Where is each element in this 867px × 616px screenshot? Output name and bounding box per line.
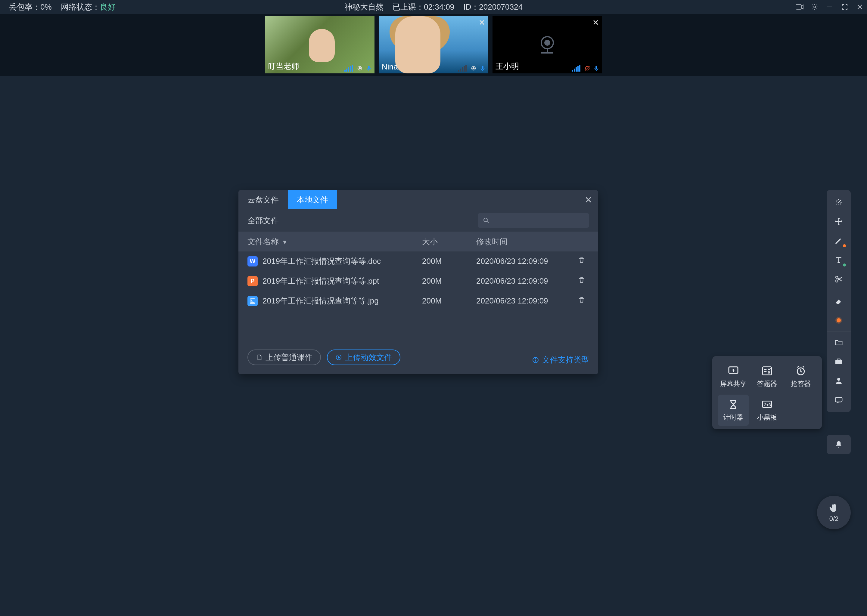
delete-file-icon[interactable] bbox=[567, 296, 597, 306]
toolbox-screen-share[interactable]: 屏幕共享 bbox=[718, 361, 749, 392]
svg-point-23 bbox=[535, 358, 536, 359]
supported-types-link[interactable]: 文件支持类型 bbox=[532, 355, 589, 365]
tab-local-files[interactable]: 本地文件 bbox=[288, 190, 337, 209]
image-file-icon bbox=[247, 296, 258, 306]
svg-point-9 bbox=[473, 68, 474, 69]
settings-icon[interactable] bbox=[810, 3, 819, 11]
file-row[interactable]: W 2019年工作汇报情况查询等等.doc 200M 2020/06/23 12… bbox=[238, 251, 598, 271]
toolbox-buzzer[interactable]: 抢答器 bbox=[785, 361, 817, 392]
close-window-icon[interactable] bbox=[856, 3, 864, 11]
video-strip: 叮当老师 ✕ Nina ✕ 王小明 bbox=[0, 14, 867, 76]
breadcrumb-all-files[interactable]: 全部文件 bbox=[247, 215, 279, 226]
eraser-tool[interactable] bbox=[829, 291, 848, 311]
network-status: 网络状态：良好 bbox=[61, 2, 116, 13]
notification-bell-button[interactable] bbox=[827, 435, 851, 454]
file-name: 2019年工作汇报情况查询等等.doc bbox=[263, 256, 381, 267]
mic-icon bbox=[479, 65, 486, 72]
right-toolbar bbox=[827, 190, 851, 412]
file-row[interactable]: 2019年工作汇报情况查询等等.jpg 200M 2020/06/23 12:0… bbox=[238, 291, 598, 311]
search-input[interactable] bbox=[478, 213, 589, 228]
play-icon bbox=[335, 354, 342, 361]
video-tile-student-2[interactable]: ✕ 王小明 bbox=[492, 16, 602, 73]
svg-rect-7 bbox=[368, 66, 370, 69]
svg-rect-10 bbox=[482, 66, 484, 69]
laser-pointer-tool[interactable] bbox=[829, 193, 848, 212]
minimize-icon[interactable] bbox=[826, 3, 834, 11]
file-name: 2019年工作汇报情况查询等等.jpg bbox=[263, 295, 379, 306]
elapsed-time: 已上课：02:34:09 bbox=[393, 2, 454, 13]
camera-muted-icon bbox=[584, 65, 591, 72]
video-tile-teacher[interactable]: 叮当老师 bbox=[265, 16, 375, 73]
svg-rect-31 bbox=[763, 367, 772, 375]
files-tool[interactable] bbox=[829, 333, 848, 352]
file-table-header: 文件名称▼ 大小 修改时间 bbox=[238, 232, 598, 251]
upload-animated-button[interactable]: 上传动效文件 bbox=[327, 349, 400, 365]
color-picker-tool[interactable] bbox=[829, 311, 848, 330]
participant-name: Nina bbox=[382, 62, 398, 72]
close-tile-icon[interactable]: ✕ bbox=[479, 18, 485, 27]
document-icon bbox=[256, 354, 263, 361]
file-name: 2019年工作汇报情况查询等等.ppt bbox=[263, 276, 379, 286]
record-icon[interactable] bbox=[795, 3, 804, 11]
svg-text:2+3: 2+3 bbox=[764, 402, 771, 407]
svg-line-14 bbox=[585, 66, 590, 71]
mic-icon bbox=[593, 65, 600, 72]
search-icon bbox=[482, 217, 490, 224]
move-tool[interactable] bbox=[829, 212, 848, 231]
file-row[interactable]: P 2019年工作汇报情况查询等等.ppt 200M 2020/06/23 12… bbox=[238, 271, 598, 291]
tab-cloud-files[interactable]: 云盘文件 bbox=[238, 190, 288, 209]
top-status-bar: 丢包率：0% 网络状态：良好 神秘大自然 已上课：02:34:09 ID：202… bbox=[0, 0, 867, 14]
hand-icon bbox=[828, 502, 840, 514]
svg-point-1 bbox=[814, 6, 815, 8]
svg-rect-15 bbox=[596, 66, 597, 69]
hand-raise-button[interactable]: 0/2 bbox=[817, 496, 851, 530]
toolbox-timer[interactable]: 计时器 bbox=[718, 394, 749, 426]
close-tile-icon[interactable]: ✕ bbox=[593, 18, 599, 27]
col-filename[interactable]: 文件名称▼ bbox=[247, 236, 422, 247]
ppt-file-icon: P bbox=[247, 276, 258, 286]
info-icon bbox=[532, 357, 539, 364]
doc-file-icon: W bbox=[247, 256, 258, 267]
svg-point-28 bbox=[837, 378, 840, 381]
participant-name: 王小明 bbox=[495, 61, 519, 72]
delete-file-icon[interactable] bbox=[567, 277, 597, 286]
close-dialog-icon[interactable]: ✕ bbox=[585, 195, 592, 205]
col-size[interactable]: 大小 bbox=[422, 236, 476, 247]
video-tile-student-1[interactable]: ✕ Nina bbox=[379, 16, 488, 73]
upload-normal-button[interactable]: 上传普通课件 bbox=[247, 349, 321, 365]
svg-point-16 bbox=[484, 218, 487, 222]
toolbox-tool[interactable] bbox=[829, 352, 848, 371]
participant-name: 叮当老师 bbox=[268, 61, 299, 72]
hand-raise-count: 0/2 bbox=[829, 515, 839, 523]
svg-rect-18 bbox=[250, 299, 255, 303]
toolbox-blackboard[interactable]: 2+3 小黑板 bbox=[751, 394, 783, 426]
camera-icon bbox=[470, 65, 477, 72]
roster-tool[interactable] bbox=[829, 371, 848, 390]
chat-tool[interactable] bbox=[829, 390, 848, 410]
text-tool[interactable] bbox=[829, 250, 848, 269]
file-size: 200M bbox=[422, 296, 476, 306]
svg-point-6 bbox=[359, 68, 361, 69]
toolbox-popup: 屏幕共享 答题器 抢答器 计时器 2+3 小黑板 bbox=[712, 356, 822, 429]
camera-icon bbox=[356, 65, 363, 72]
fullscreen-icon[interactable] bbox=[840, 3, 849, 11]
svg-line-17 bbox=[487, 222, 489, 223]
svg-rect-27 bbox=[837, 359, 840, 360]
scissors-tool[interactable] bbox=[829, 269, 848, 289]
svg-rect-0 bbox=[796, 5, 801, 9]
col-mtime[interactable]: 修改时间 bbox=[476, 236, 567, 247]
room-title: 神秘大自然 bbox=[344, 2, 383, 13]
delete-file-icon[interactable] bbox=[567, 256, 597, 266]
file-mtime: 2020/06/23 12:09:09 bbox=[476, 296, 567, 306]
file-size: 200M bbox=[422, 256, 476, 266]
file-mtime: 2020/06/23 12:09:09 bbox=[476, 277, 567, 286]
file-mtime: 2020/06/23 12:09:09 bbox=[476, 256, 567, 266]
file-size: 200M bbox=[422, 277, 476, 286]
svg-point-12 bbox=[545, 40, 550, 45]
pen-tool[interactable] bbox=[829, 231, 848, 250]
file-dialog: 云盘文件 本地文件 ✕ 全部文件 文件名称▼ 大小 修改时间 W 2019年工作… bbox=[238, 190, 598, 374]
room-id: ID：2020070324 bbox=[463, 2, 523, 13]
packet-loss: 丢包率：0% bbox=[9, 2, 52, 13]
toolbox-quiz[interactable]: 答题器 bbox=[751, 361, 783, 392]
svg-point-19 bbox=[251, 300, 252, 301]
